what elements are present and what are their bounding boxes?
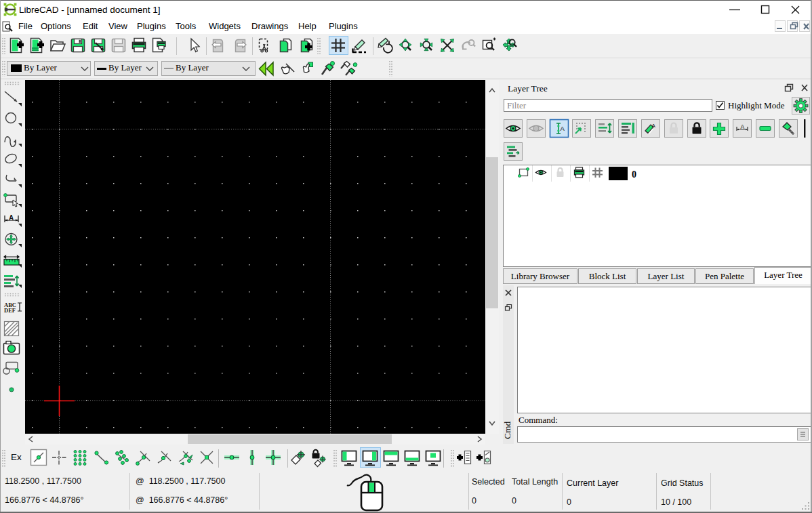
svg-text:0: 0 (632, 169, 636, 180)
svg-text:A: A (652, 123, 656, 129)
svg-text:A: A (9, 214, 14, 222)
svg-text:A: A (741, 123, 745, 130)
svg-text:A: A (561, 125, 565, 132)
svg-text:DEF: DEF (4, 307, 16, 314)
